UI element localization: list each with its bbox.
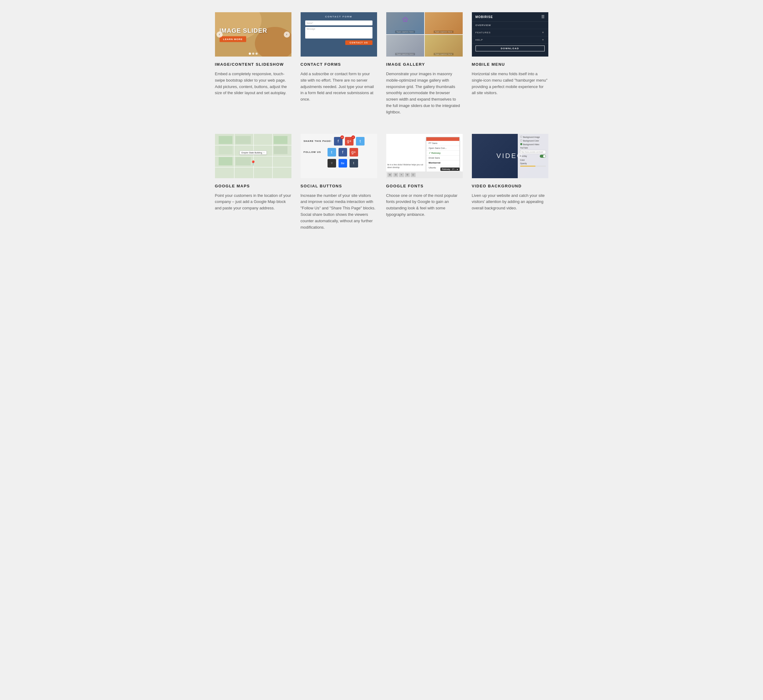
- share-label: SHARE THIS PAGE!: [304, 140, 332, 142]
- slider-dots: [249, 53, 257, 55]
- video-opacity-fill: [520, 166, 536, 167]
- gallery-cell-2[interactable]: Type caption here: [425, 12, 463, 34]
- google-fonts-title: GOOGLE FONTS: [386, 184, 463, 188]
- video-background-preview-image: VIDEO Background Image Background Color …: [472, 134, 548, 178]
- contact-form-preview: CONTACT FORM Name* Message CONTACT US: [301, 12, 377, 56]
- mm-overview-item[interactable]: OVERVIEW: [472, 22, 548, 29]
- gallery-caption-1: Type caption here: [395, 31, 415, 33]
- share-googleplus-icon[interactable]: g+ 47: [345, 137, 354, 145]
- gallery-caption-2: Type caption here: [434, 31, 453, 33]
- slider-dot-3[interactable]: [255, 53, 257, 55]
- follow-twitter-icon[interactable]: t: [327, 148, 336, 156]
- slider-learn-more-btn[interactable]: LEARN MORE: [219, 36, 246, 42]
- fonts-toolbar-btn-2[interactable]: ☰: [393, 173, 398, 177]
- video-opacity-slider[interactable]: [520, 166, 546, 167]
- fonts-toolbar: ⊞ ☰ ≡ ⚙ ⊡ Raleway 17... ●: [386, 172, 463, 178]
- fonts-toolbar-btn-3[interactable]: ≡: [399, 173, 404, 177]
- mm-download-button[interactable]: DOWNLOAD: [476, 45, 545, 52]
- gallery-caption-4: Type caption here: [434, 53, 453, 55]
- mobile-menu-desc: Horizontal site menu folds itself into a…: [472, 71, 548, 96]
- gallery-cell-3[interactable]: Type caption here: [386, 35, 424, 57]
- video-color-option: Color: [520, 159, 546, 161]
- features-grid-1: IMAGE SLIDER LEARN MORE ‹ › IMAGE/CONTEN…: [215, 12, 548, 116]
- follow-github-icon[interactable]: ⑂: [327, 159, 336, 167]
- mm-features-item[interactable]: FEATURES ▼: [472, 29, 548, 36]
- share-row: SHARE THIS PAGE! f 192 g+ 47 t: [304, 137, 374, 145]
- fonts-item-opensans[interactable]: Open Sans Con...: [426, 146, 459, 151]
- share-facebook-icon[interactable]: f 192: [334, 137, 343, 145]
- fonts-item-montserrat[interactable]: Montserrat: [426, 161, 459, 166]
- google-maps-desc: Point your customers in the location of …: [215, 192, 291, 211]
- mm-overview-label: OVERVIEW: [476, 24, 491, 27]
- video-overlay-toggle[interactable]: [540, 155, 546, 158]
- video-bg-video-radio: Background Video: [520, 143, 539, 145]
- video-opacity-label: Opacity: [520, 162, 527, 164]
- card-social-buttons: SHARE THIS PAGE! f 192 g+ 47 t: [301, 134, 377, 231]
- cf-message-placeholder: Message: [307, 28, 315, 30]
- mm-help-item[interactable]: HELP ▼: [472, 36, 548, 44]
- fonts-item-raleway[interactable]: ✓ Raleway: [426, 151, 459, 156]
- follow-tumblr-icon[interactable]: t: [349, 159, 358, 167]
- gallery-caption-3: Type caption here: [395, 53, 415, 55]
- video-background-title: VIDEO BACKGROUND: [472, 184, 548, 188]
- card-google-fonts: PT Sans Open Sans Con... ✓ Raleway Droid…: [386, 134, 463, 231]
- fonts-selected-tag: Raleway 17... ●: [440, 167, 459, 171]
- gallery-cell-4[interactable]: Type caption here: [425, 35, 463, 57]
- fonts-item-ptsans[interactable]: PT Sans: [426, 141, 459, 146]
- slider-prev-arrow[interactable]: ‹: [216, 31, 222, 38]
- social-buttons-title: SOCIAL BUTTONS: [301, 184, 377, 188]
- maps-block-1: [219, 136, 232, 144]
- video-url-input[interactable]: http://www.youtube.com/watd: [520, 150, 546, 154]
- mm-header: MOBIRISE ☰: [472, 12, 548, 22]
- fonts-toolbar-btn-5[interactable]: ⊡: [411, 173, 415, 177]
- video-bg-color-option[interactable]: Background Color: [520, 139, 546, 142]
- video-bg-color-radio: Background Color: [520, 139, 539, 142]
- fonts-toolbar-btn-1[interactable]: ⊞: [387, 173, 392, 177]
- gallery-preview: Type caption here Type caption here Type…: [386, 12, 463, 56]
- slider-preview-title: IMAGE SLIDER: [219, 27, 267, 34]
- maps-road-v-3: [272, 134, 273, 178]
- cf-name-input[interactable]: Name*: [305, 20, 373, 25]
- follow-facebook-icon[interactable]: f: [338, 148, 347, 156]
- card-google-maps: 📍 Empire State Building GOOGLE MAPS Poin…: [215, 134, 291, 231]
- video-bg-image-option[interactable]: Background Image: [520, 136, 546, 138]
- card-image-gallery: Type caption here Type caption here Type…: [386, 12, 463, 116]
- video-opacity-option: Opacity: [520, 162, 546, 164]
- follow-behance-icon[interactable]: Be: [338, 159, 347, 167]
- maps-road-v-2: [253, 134, 254, 178]
- social-buttons-preview-image: SHARE THIS PAGE! f 192 g+ 47 t: [301, 134, 377, 178]
- gplus-badge: 47: [351, 135, 355, 139]
- slider-dot-2[interactable]: [252, 53, 254, 55]
- fonts-item-droidsans[interactable]: Droid Sans: [426, 156, 459, 161]
- mm-hamburger-icon[interactable]: ☰: [541, 15, 545, 19]
- cf-message-textarea[interactable]: Message: [305, 27, 373, 39]
- follow-googleplus-icon[interactable]: g+: [349, 148, 358, 156]
- mobile-menu-title: MOBILE MENU: [472, 62, 548, 67]
- slider-next-arrow[interactable]: ›: [284, 31, 290, 38]
- follow-row-2: ⑂ Be t: [304, 159, 374, 167]
- fonts-toolbar-btn-4[interactable]: ⚙: [405, 173, 410, 177]
- card-video-background: VIDEO Background Image Background Color …: [472, 134, 548, 231]
- google-maps-title: GOOGLE MAPS: [215, 184, 291, 188]
- cf-submit-button[interactable]: CONTACT US: [345, 41, 372, 45]
- contact-forms-title: CONTACT FORMS: [301, 62, 377, 67]
- gallery-cell-1[interactable]: Type caption here: [386, 12, 424, 34]
- maps-block-5: [274, 146, 287, 154]
- follow-label: FOLLOW US: [304, 151, 325, 153]
- fb-badge: 192: [340, 135, 344, 139]
- cf-preview-title: CONTACT FORM: [325, 15, 352, 18]
- slider-dot-1[interactable]: [249, 53, 251, 55]
- maps-block-7: [235, 157, 251, 165]
- mm-help-label: HELP: [476, 39, 483, 41]
- page-wrapper: IMAGE SLIDER LEARN MORE ‹ › IMAGE/CONTEN…: [209, 0, 555, 261]
- maps-block-4: [219, 146, 232, 154]
- video-bg-video-option[interactable]: Background Video: [520, 143, 546, 145]
- video-preview-title: VIDEO: [496, 152, 523, 160]
- cf-name-placeholder: Name*: [307, 22, 313, 24]
- social-preview: SHARE THIS PAGE! f 192 g+ 47 t: [301, 134, 377, 178]
- maps-block-6: [219, 157, 232, 165]
- share-twitter-icon[interactable]: t: [356, 137, 365, 145]
- video-youtube-option[interactable]: YouTube: [520, 147, 546, 149]
- features-grid-2: 📍 Empire State Building GOOGLE MAPS Poin…: [215, 134, 548, 231]
- video-youtube-label: YouTube: [520, 147, 528, 149]
